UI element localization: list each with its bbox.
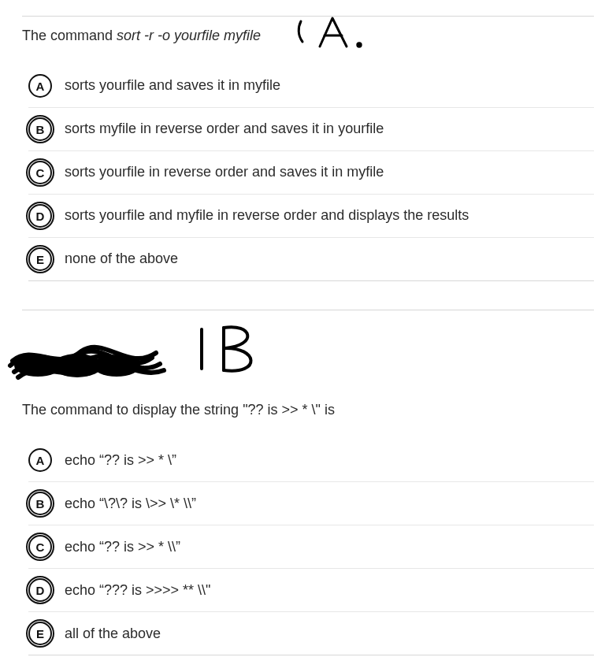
option-letter: C [28,161,52,184]
question-1-options: A sorts yourfile and saves it in myfile … [28,65,594,281]
q2-prompt-quote: "?? is >> * \" is [243,402,335,418]
option-letter: B [28,492,52,515]
scribble-row [22,318,594,397]
option-row[interactable]: B sorts myfile in reverse order and save… [28,108,594,151]
option-text: echo “??? is >>>> ** \\" [65,581,211,600]
option-text: sorts yourfile and myfile in reverse ord… [65,206,469,225]
q1-command: sort -r -o yourfile myfile [117,28,261,43]
option-text: none of the above [65,250,178,268]
option-row[interactable]: D echo “??? is >>>> ** \\" [28,569,594,612]
option-letter: A [28,448,52,472]
scribble-mark [6,334,172,389]
option-text: echo “?? is >> * \” [65,451,176,470]
option-row[interactable]: D sorts yourfile and myfile in reverse o… [28,195,594,238]
option-text: echo “?? is >> * \\” [65,538,180,556]
option-letter: D [28,578,52,602]
option-text: sorts yourfile and saves it in myfile [65,76,280,95]
option-text: sorts yourfile in reverse order and save… [65,163,384,181]
question-2-text: The command to display the string "?? is… [22,400,594,420]
option-letter: C [28,535,52,559]
option-row[interactable]: A sorts yourfile and saves it in myfile [28,65,594,108]
option-letter: A [28,74,52,98]
option-letter: E [28,622,52,645]
option-row[interactable]: E none of the above [28,238,594,281]
option-letter: B [28,117,52,141]
option-letter: D [28,204,52,228]
mid-divider [22,310,594,310]
option-text: sorts myfile in reverse order and saves … [65,120,384,138]
option-row[interactable]: A echo “?? is >> * \” [28,439,594,482]
question-2-options: A echo “?? is >> * \” B echo “\?\? is \>… [28,439,594,655]
svg-point-3 [93,355,140,377]
handwriting-annotation-2 [180,314,290,384]
q1-prompt-prefix: The command [22,28,117,43]
option-row[interactable]: C echo “?? is >> * \\” [28,525,594,569]
option-text: echo “\?\? is \>> \* \\” [65,495,196,513]
option-row[interactable]: C sorts yourfile in reverse order and sa… [28,151,594,195]
q2-prompt-prefix: The command to display the string [22,402,243,418]
option-text: all of the above [65,625,161,643]
question-1-text: The command sort -r -o yourfile myfile [22,26,594,46]
option-letter: E [28,247,52,271]
option-row[interactable]: E all of the above [28,612,594,655]
question-1: The command sort -r -o yourfile myfile A… [22,17,594,310]
question-2: The command to display the string "?? is… [22,397,594,672]
option-row[interactable]: B echo “\?\? is \>> \* \\” [28,482,594,525]
